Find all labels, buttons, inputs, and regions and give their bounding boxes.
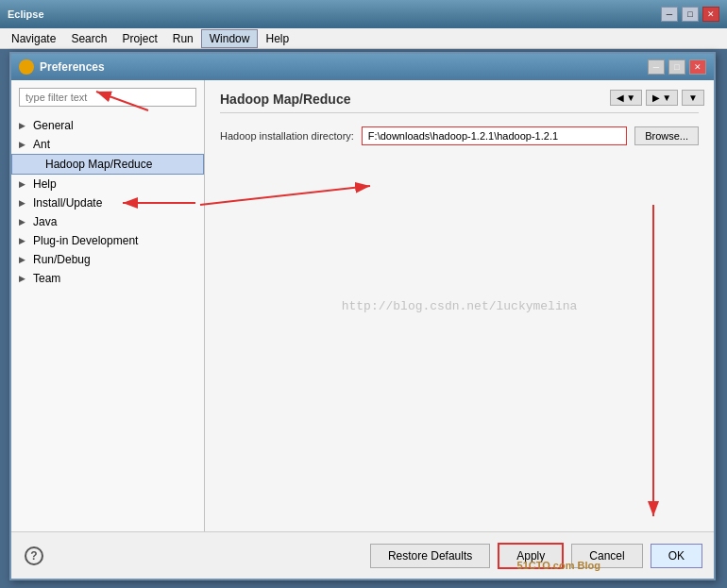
expand-arrow-java: ▶ — [19, 217, 30, 227]
panel-toolbar: ◀ ▼ ▶ ▼ ▼ — [610, 90, 704, 106]
expand-arrow-help: ▶ — [19, 179, 30, 189]
tree-item-team[interactable]: ▶ Team — [11, 269, 204, 288]
watermark-text: http://blog.csdn.net/luckymelina — [342, 299, 578, 313]
back-button[interactable]: ◀ ▼ — [610, 90, 642, 106]
tree-label-ant: Ant — [33, 138, 50, 151]
expand-arrow-plugin: ▶ — [19, 236, 30, 245]
brand-text: 51CTO.com Blog — [517, 560, 600, 571]
tree-label-team: Team — [33, 272, 60, 285]
dialog-restore-button[interactable]: □ — [668, 59, 685, 75]
preferences-icon — [19, 59, 34, 75]
tree-label-rundebug: Run/Debug — [33, 253, 91, 266]
tree-label-general: General — [33, 119, 74, 132]
filter-input[interactable] — [19, 88, 196, 107]
tree-item-rundebug[interactable]: ▶ Run/Debug — [11, 250, 204, 269]
tree-item-general[interactable]: ▶ General — [11, 116, 204, 135]
menu-run[interactable]: Run — [165, 30, 201, 47]
view-menu-button[interactable]: ▼ — [682, 90, 704, 106]
tree-view: ▶ General ▶ Ant Hadoop Map/Reduce ▶ Help — [11, 114, 204, 531]
expand-arrow-ant: ▶ — [19, 140, 30, 149]
setting-label: Hadoop installation directory: — [220, 130, 354, 142]
tree-item-install[interactable]: ▶ Install/Update — [11, 193, 204, 212]
dialog-minimize-button[interactable]: ─ — [648, 59, 665, 75]
dialog-title: Preferences — [40, 60, 648, 74]
tree-item-ant[interactable]: ▶ Ant — [11, 135, 204, 154]
dropdown-icon: ▼ — [626, 92, 635, 103]
expand-arrow-general: ▶ — [19, 121, 30, 130]
right-panel: Hadoop Map/Reduce ◀ ▼ ▶ ▼ ▼ Hadoop insta… — [205, 80, 714, 531]
browse-button[interactable]: Browse... — [634, 126, 699, 145]
dialog-footer: Restore Defaults Apply Cancel OK — [11, 531, 714, 579]
dialog-close-button[interactable]: ✕ — [689, 59, 706, 75]
tree-item-plugin[interactable]: ▶ Plug-in Development — [11, 231, 204, 250]
tree-label-plugin: Plug-in Development — [33, 234, 138, 247]
tree-label-java: Java — [33, 215, 57, 228]
forward-button[interactable]: ▶ ▼ — [646, 90, 678, 106]
menubar: Navigate Search Project Run Window Help — [0, 28, 727, 49]
dialog-titlebar: Preferences ─ □ ✕ — [11, 54, 714, 80]
app-minimize-button[interactable]: ─ — [661, 7, 678, 22]
view-menu-icon: ▼ — [688, 92, 698, 103]
app-close-button[interactable]: ✕ — [702, 7, 719, 22]
menu-navigate[interactable]: Navigate — [4, 30, 63, 47]
expand-arrow-install: ▶ — [19, 198, 30, 208]
tree-label-hadoop: Hadoop Map/Reduce — [45, 158, 152, 171]
menu-project[interactable]: Project — [114, 30, 164, 47]
expand-arrow-rundebug: ▶ — [19, 255, 30, 264]
back-icon: ◀ — [617, 92, 624, 103]
setting-row: Hadoop installation directory: F:\downlo… — [220, 126, 699, 145]
help-button[interactable]: ? — [25, 546, 43, 565]
forward-icon: ▶ — [652, 92, 660, 103]
tree-item-java[interactable]: ▶ Java — [11, 212, 204, 231]
forward-dropdown-icon: ▼ — [662, 92, 671, 103]
preferences-dialog: Preferences ─ □ ✕ ▶ General ▶ Ant — [9, 52, 716, 580]
tree-item-help[interactable]: ▶ Help — [11, 175, 204, 193]
menu-window[interactable]: Window — [201, 29, 259, 48]
tree-label-install: Install/Update — [33, 196, 102, 210]
app-maximize-button[interactable]: □ — [682, 7, 699, 22]
restore-defaults-button[interactable]: Restore Defaults — [370, 544, 490, 568]
tree-item-hadoop[interactable]: Hadoop Map/Reduce — [11, 154, 204, 175]
left-panel: ▶ General ▶ Ant Hadoop Map/Reduce ▶ Help — [11, 80, 205, 531]
hadoop-dir-value: F:\downloads\hadoop-1.2.1\hadoop-1.2.1 — [362, 126, 627, 145]
expand-arrow-team: ▶ — [19, 274, 30, 283]
app-titlebar: Eclipse ─ □ ✕ — [0, 0, 727, 28]
ok-button[interactable]: OK — [651, 544, 702, 568]
menu-search[interactable]: Search — [63, 30, 114, 47]
tree-label-help: Help — [33, 177, 57, 191]
menu-help[interactable]: Help — [258, 30, 296, 47]
